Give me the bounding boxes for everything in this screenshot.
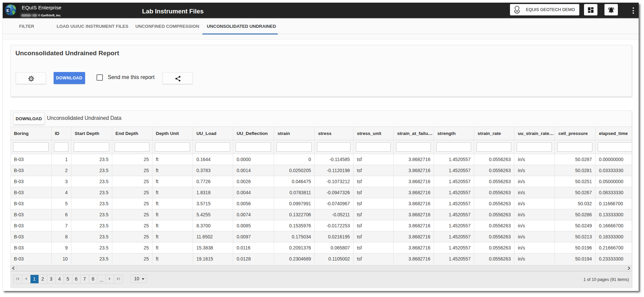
svg-text:E: E — [6, 8, 9, 13]
